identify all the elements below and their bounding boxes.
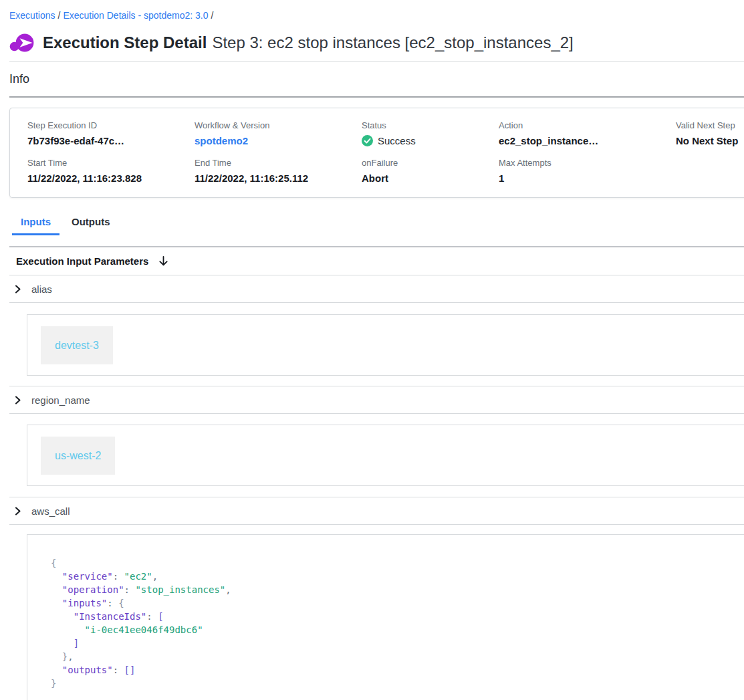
inputs-outputs-tabs: Inputs Outputs <box>9 213 744 235</box>
field-label: Action <box>499 120 676 130</box>
field-value: 7b73f93e-edaf-47c… <box>27 135 195 146</box>
field-label: Max Attempts <box>499 158 676 168</box>
code-line: "service": "ec2", <box>51 570 744 583</box>
field-label: Start Time <box>27 158 195 168</box>
execution-input-parameters-header: Execution Input Parameters <box>9 247 744 275</box>
alias-value-chip: devtest-3 <box>41 326 113 364</box>
region-name-value-chip: us-west-2 <box>41 437 115 475</box>
code-line: ] <box>51 636 744 650</box>
section-row-aws-call[interactable]: aws_call <box>9 497 744 525</box>
field-value: No Next Step <box>676 135 744 146</box>
status-value: Success <box>378 135 416 146</box>
tab-inputs[interactable]: Inputs <box>12 213 59 235</box>
page-title-main: Execution Step Detail <box>43 33 207 51</box>
breadcrumb: Executions/Execution Details - spotdemo2… <box>9 0 744 21</box>
json-code-block: { "service": "ec2", "operation": "stop_i… <box>51 556 744 690</box>
field-value: 11/22/2022, 11:16:23.828 <box>27 172 195 184</box>
success-check-icon <box>362 135 373 146</box>
field-label: Workflow & Version <box>195 120 362 130</box>
info-field-workflow-version: Workflow & Version spotdemo2 <box>195 120 362 146</box>
section-label-alias: alias <box>31 283 52 295</box>
aws-call-value-box: { "service": "ec2", "operation": "stop_i… <box>27 534 744 700</box>
info-field-step-execution-id: Step Execution ID 7b73f93e-edaf-47c… <box>27 120 195 146</box>
divider <box>9 62 744 62</box>
field-label: Valid Next Step <box>676 120 744 130</box>
workflow-link[interactable]: spotdemo2 <box>195 135 362 146</box>
info-field-onfailure: onFailure Abort <box>362 158 499 184</box>
region-name-value-box: us-west-2 <box>27 425 744 486</box>
field-value: ec2_stop_instance… <box>499 135 676 146</box>
section-row-alias[interactable]: alias <box>9 275 744 303</box>
field-label: Step Execution ID <box>27 120 195 130</box>
field-label: onFailure <box>362 158 499 168</box>
section-label-aws-call: aws_call <box>31 505 70 517</box>
info-field-max-attempts: Max Attempts 1 <box>499 158 676 184</box>
breadcrumb-separator: / <box>55 10 63 21</box>
code-line: "i-0ec41ee046f49dbc6" <box>51 623 744 636</box>
code-line: } <box>51 677 744 690</box>
code-line: }, <box>51 650 744 663</box>
info-field-start-time: Start Time 11/22/2022, 11:16:23.828 <box>27 158 195 184</box>
field-value: 1 <box>499 172 676 184</box>
field-label: Status <box>362 120 499 130</box>
arrow-down-icon[interactable] <box>158 255 169 267</box>
page-title-subtitle: Step 3: ec2 stop instances [ec2_stop_ins… <box>212 33 573 51</box>
tab-outputs[interactable]: Outputs <box>63 213 119 235</box>
info-field-end-time: End Time 11/22/2022, 11:16:25.112 <box>195 158 362 184</box>
info-field-status: Status Success <box>362 120 499 146</box>
app-logo-icon <box>9 31 34 55</box>
info-card: Step Execution ID 7b73f93e-edaf-47c… Wor… <box>9 108 744 198</box>
chevron-right-icon <box>13 507 22 515</box>
field-value: 11/22/2022, 11:16:25.112 <box>195 172 362 184</box>
info-field-valid-next-step: Valid Next Step No Next Step <box>676 120 744 146</box>
divider <box>9 96 744 98</box>
field-value: Abort <box>362 172 499 184</box>
code-line: "operation": "stop_instances", <box>51 583 744 596</box>
section-row-region-name[interactable]: region_name <box>9 386 744 414</box>
page-header: Execution Step DetailStep 3: ec2 stop in… <box>9 29 744 56</box>
breadcrumb-link-execution-details[interactable]: Execution Details - spotdemo2: 3.0 <box>63 10 208 21</box>
page-title: Execution Step DetailStep 3: ec2 stop in… <box>43 33 574 52</box>
execution-step-detail-page: Executions/Execution Details - spotdemo2… <box>0 0 744 700</box>
field-label: End Time <box>195 158 362 168</box>
code-line: { <box>51 556 744 570</box>
code-line: "inputs": { <box>51 596 744 610</box>
chevron-right-icon <box>13 285 22 294</box>
alias-value-box: devtest-3 <box>27 314 744 376</box>
code-line: "InstanceIds": [ <box>51 610 744 623</box>
execution-input-parameters-label: Execution Input Parameters <box>16 255 148 267</box>
section-label-region-name: region_name <box>31 394 90 406</box>
code-line: "outputs": [] <box>51 663 744 677</box>
breadcrumb-link-executions[interactable]: Executions <box>9 10 55 21</box>
breadcrumb-separator: / <box>209 10 217 21</box>
info-heading: Info <box>9 72 744 86</box>
chevron-right-icon <box>13 396 22 404</box>
info-field-action: Action ec2_stop_instance… <box>499 120 676 146</box>
